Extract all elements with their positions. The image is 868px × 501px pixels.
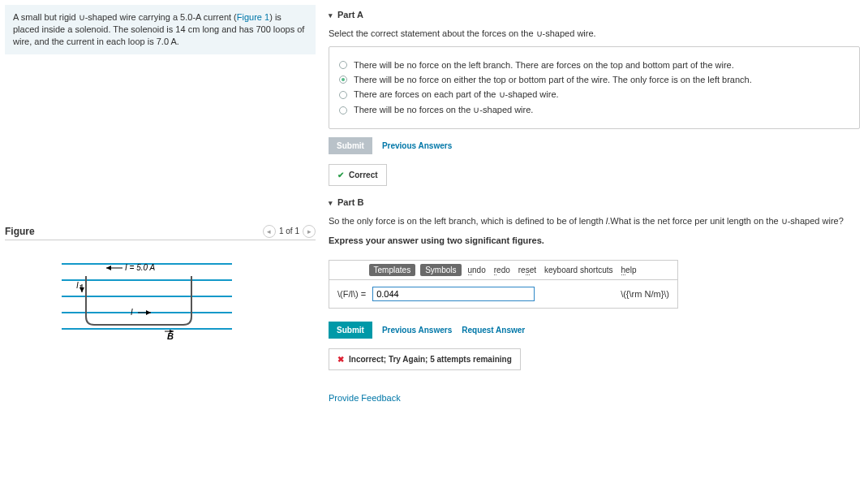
radio-icon[interactable] [339,106,347,114]
choice-3[interactable]: There are forces on each part of the ∪-s… [339,89,849,100]
redo-button[interactable]: redo [492,265,512,275]
choice-label: There are forces on each part of the ∪-s… [354,89,559,100]
choice-4[interactable]: There will be no forces on the ∪-shaped … [339,105,849,115]
figure-counter: 1 of 1 [279,227,299,235]
svg-marker-13 [146,310,151,315]
answer-input[interactable] [372,287,535,301]
svg-text:B: B [167,331,174,341]
problem-statement: A small but rigid ∪-shaped wire carrying… [5,5,316,54]
submit-button-b[interactable]: Submit [329,322,372,339]
undo-button[interactable]: undo [466,265,488,275]
part-a: Part A Select the correct statement abou… [329,10,860,186]
cross-icon: ✖ [337,355,344,364]
figure-link[interactable]: Figure 1 [237,12,269,22]
keyboard-shortcuts-button[interactable]: keyboard shortcuts [543,265,615,275]
provide-feedback-link[interactable]: Provide Feedback [329,393,401,403]
request-answer-link[interactable]: Request Answer [462,326,525,335]
radio-icon[interactable] [339,61,347,69]
choice-1[interactable]: There will be no force on the left branc… [339,60,849,70]
status-correct: ✔ Correct [329,164,387,186]
submit-button-a: Submit [329,137,372,154]
svg-text:I: I [131,308,133,317]
figure-next-button[interactable]: ▸ [303,225,316,238]
answer-box: Templates Symbols undo redo reset keyboa… [329,260,678,309]
figure-title: Figure [5,226,35,237]
svg-marker-6 [106,266,111,270]
figure-image: I = 5.0 A I₁ I B [5,240,316,343]
choices-box: There will be no force on the left branc… [329,46,860,129]
part-b: Part B So the only force is on the left … [329,197,860,370]
previous-answers-link-b[interactable]: Previous Answers [382,326,452,335]
choice-label: There will be no force on the left branc… [354,60,734,70]
svg-text:I = 5.0 A: I = 5.0 A [125,263,155,272]
figure-panel: Figure ◂ 1 of 1 ▸ [5,225,316,343]
templates-button[interactable]: Templates [369,264,416,276]
reset-button[interactable]: reset [517,265,538,275]
part-a-prompt: Select the correct statement about the f… [329,28,860,40]
problem-text: A small but rigid [13,12,79,22]
choice-label: There will be no forces on the ∪-shaped … [354,105,533,115]
svg-marker-10 [79,287,84,292]
radio-icon[interactable] [339,76,347,84]
answer-var-label: \(F/l\) = [337,289,366,299]
check-icon: ✔ [337,171,344,179]
part-b-title[interactable]: Part B [329,197,860,207]
figure-prev-button[interactable]: ◂ [263,225,276,238]
choice-label: There will be no force on either the top… [354,75,752,84]
status-text: Incorrect; Try Again; 5 attempts remaini… [349,355,512,364]
u-shape-glyph: ∪ [79,12,85,22]
status-text: Correct [349,171,378,179]
answer-toolbar: Templates Symbols undo redo reset keyboa… [329,261,677,280]
part-b-prompt: So the only force is on the left branch,… [329,215,860,227]
symbols-button[interactable]: Symbols [420,264,461,276]
radio-icon[interactable] [339,91,347,99]
help-button[interactable]: help [620,265,638,275]
choice-2[interactable]: There will be no force on either the top… [339,75,849,84]
part-a-title[interactable]: Part A [329,10,860,19]
answer-unit: \({\rm N/m}\) [621,289,669,299]
express-line: Express your answer using two significan… [329,235,860,247]
status-incorrect: ✖ Incorrect; Try Again; 5 attempts remai… [329,348,521,370]
previous-answers-link-a[interactable]: Previous Answers [382,141,452,150]
